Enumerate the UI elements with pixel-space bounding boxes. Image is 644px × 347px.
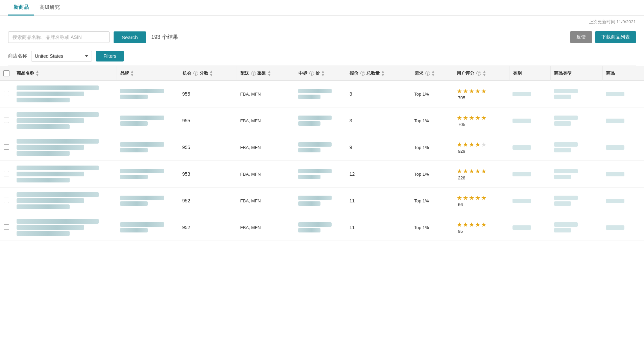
row-bid-price bbox=[295, 134, 346, 161]
prod-type-thumb-line-2 bbox=[554, 201, 571, 206]
star-half-icon: ★ bbox=[481, 114, 486, 122]
stars: ★★★★★ bbox=[457, 221, 506, 228]
product-thumb-line-3 bbox=[17, 204, 70, 209]
brand-thumb-line-2 bbox=[120, 121, 148, 126]
prod-type-thumb-line-1 bbox=[554, 89, 578, 93]
product-thumb-line-2 bbox=[17, 225, 85, 230]
row-user-rating: ★★★★★ 929 bbox=[453, 134, 509, 161]
row-brand[interactable] bbox=[117, 214, 179, 241]
table-row: 955 FBA, MFN 3 Top 1% ★★★★★ 705 bbox=[0, 81, 644, 107]
star-full-icon: ★ bbox=[463, 141, 468, 148]
product-thumb-line-3 bbox=[17, 151, 70, 156]
cat-thumb-line bbox=[512, 172, 531, 176]
sort-icon-bid[interactable]: ▲▼ bbox=[321, 70, 325, 77]
row-product-name[interactable] bbox=[13, 134, 117, 161]
row-brand[interactable] bbox=[117, 107, 179, 134]
row-merchant bbox=[602, 107, 644, 134]
sort-icon-rating[interactable]: ▲▼ bbox=[482, 70, 486, 77]
review-count: 66 bbox=[458, 202, 463, 207]
top-nav: 新商品高级研究 bbox=[0, 0, 644, 16]
star-full-icon: ★ bbox=[481, 168, 486, 175]
help-icon-fulfillment[interactable]: ? bbox=[251, 71, 256, 76]
sort-icon-product-name[interactable]: ▲▼ bbox=[35, 70, 39, 77]
store-select[interactable]: United StatesCanadaUKGermanyFranceJapan bbox=[31, 51, 92, 61]
row-brand[interactable] bbox=[117, 188, 179, 214]
nav-item-advanced-research[interactable]: 高级研究 bbox=[34, 0, 65, 16]
row-merchant bbox=[602, 161, 644, 188]
demand-value: Top 1% bbox=[414, 118, 429, 123]
fulfillment-value: FBA, MFN bbox=[240, 225, 261, 230]
row-checkbox-2[interactable] bbox=[4, 144, 9, 150]
row-checkbox-1[interactable] bbox=[4, 118, 9, 123]
cat-thumb-line bbox=[512, 145, 531, 150]
row-checkbox-5[interactable] bbox=[4, 224, 9, 230]
cat-thumb bbox=[512, 119, 547, 123]
sort-icon-fulfillment[interactable]: ▲▼ bbox=[267, 70, 271, 77]
th-product-name-label: 商品名称 bbox=[17, 70, 34, 76]
filter-bar: 商店名称 United StatesCanadaUKGermanyFranceJ… bbox=[0, 48, 644, 66]
sort-icon-opp[interactable]: ▲▼ bbox=[210, 70, 213, 77]
opp-score-value: 952 bbox=[182, 198, 190, 203]
download-button[interactable]: 下载商品列表 bbox=[595, 31, 636, 43]
row-opportunity-score: 953 bbox=[179, 161, 237, 188]
search-button[interactable]: Search bbox=[114, 31, 146, 43]
row-demand: Top 1% bbox=[411, 188, 453, 214]
feedback-button[interactable]: 反馈 bbox=[570, 31, 592, 43]
row-checkbox-0[interactable] bbox=[4, 91, 9, 96]
row-category bbox=[509, 107, 551, 134]
select-all-checkbox[interactable] bbox=[3, 70, 9, 76]
row-total-bid: 12 bbox=[346, 161, 411, 188]
filters-button[interactable]: Filters bbox=[96, 51, 124, 61]
sort-icon-demand[interactable]: ▲▼ bbox=[431, 70, 435, 77]
row-checkbox-4[interactable] bbox=[4, 198, 9, 203]
opp-score-value: 955 bbox=[182, 118, 190, 123]
product-thumb-line-1 bbox=[17, 166, 99, 170]
help-icon-total-bid[interactable]: ? bbox=[360, 71, 365, 76]
brand-thumb-line-1 bbox=[120, 196, 164, 200]
help-icon-opp[interactable]: ? bbox=[193, 71, 198, 76]
search-input[interactable] bbox=[8, 31, 110, 43]
row-checkbox-3[interactable] bbox=[4, 171, 9, 176]
merchant-thumb-line bbox=[606, 92, 624, 96]
row-bid-price bbox=[295, 81, 346, 107]
nav-item-new-products[interactable]: 新商品 bbox=[8, 0, 34, 16]
row-bid-price bbox=[295, 214, 346, 241]
row-brand[interactable] bbox=[117, 81, 179, 107]
product-thumb-line-3 bbox=[17, 98, 70, 102]
help-icon-bid[interactable]: ? bbox=[309, 71, 314, 76]
row-product-name[interactable] bbox=[13, 81, 117, 107]
merchant-thumb-line bbox=[606, 225, 624, 230]
row-opportunity-score: 952 bbox=[179, 214, 237, 241]
bid-price-thumb bbox=[298, 196, 343, 206]
row-product-name[interactable] bbox=[13, 214, 117, 241]
merchant-thumb-line bbox=[606, 119, 624, 123]
cat-thumb bbox=[512, 225, 547, 230]
total-bid-value: 9 bbox=[350, 145, 352, 150]
product-thumb-line-2 bbox=[17, 92, 85, 96]
help-icon-demand[interactable]: ? bbox=[425, 71, 430, 76]
brand-thumb bbox=[120, 196, 175, 206]
product-thumb-line-2 bbox=[17, 198, 85, 203]
price-thumb-line-2 bbox=[298, 95, 320, 99]
merchant-thumb bbox=[606, 172, 641, 176]
prod-type-thumb bbox=[554, 142, 599, 152]
star-full-icon: ★ bbox=[469, 141, 474, 148]
demand-value: Top 1% bbox=[414, 145, 429, 150]
merchant-thumb bbox=[606, 119, 641, 123]
row-product-name[interactable] bbox=[13, 107, 117, 134]
prod-type-thumb-line-2 bbox=[554, 228, 571, 232]
help-icon-rating[interactable]: ? bbox=[476, 71, 481, 76]
sort-icon-brand[interactable]: ▲▼ bbox=[130, 70, 134, 77]
star-full-icon: ★ bbox=[469, 114, 474, 122]
row-product-name[interactable] bbox=[13, 161, 117, 188]
sort-icon-total-bid[interactable]: ▲▼ bbox=[381, 70, 385, 77]
row-checkbox-cell bbox=[0, 134, 13, 161]
row-fulfillment: FBA, MFN bbox=[237, 81, 295, 107]
prod-type-thumb bbox=[554, 169, 599, 179]
row-brand[interactable] bbox=[117, 134, 179, 161]
row-product-name[interactable] bbox=[13, 188, 117, 214]
row-demand: Top 1% bbox=[411, 214, 453, 241]
row-brand[interactable] bbox=[117, 161, 179, 188]
prod-type-thumb-line-1 bbox=[554, 116, 578, 120]
th-merchant-label: 商品 bbox=[606, 70, 615, 76]
